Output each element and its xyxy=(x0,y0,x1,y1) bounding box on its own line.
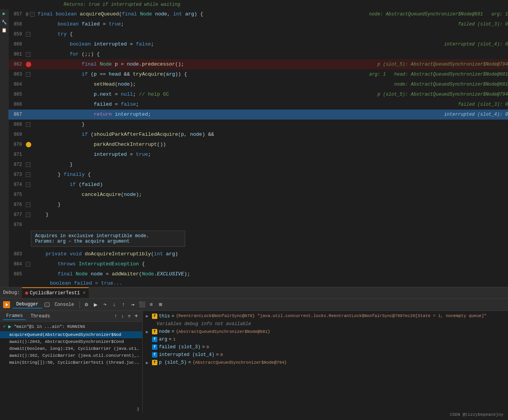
btn-step-into[interactable]: ↓ xyxy=(110,300,118,309)
expand-node[interactable]: ▶ xyxy=(146,329,150,334)
var-icon-this: f xyxy=(152,314,157,319)
thread-item[interactable]: ✓ ▶ "main"@1 in ...ain": RUNNING xyxy=(0,322,142,331)
code-line-874: 874 − if (failed) xyxy=(0,180,508,190)
fold-857[interactable]: − xyxy=(30,12,35,17)
frame-item-1[interactable]: await():2043, AbstractQueuedSynchronizer… xyxy=(0,338,142,345)
javadoc-line1: Acquires in exclusive interruptible mode… xyxy=(35,233,181,239)
code-line-872: 872 − } xyxy=(0,160,508,170)
breakpoint-862[interactable] xyxy=(26,62,31,67)
btn-filter[interactable]: ▽ xyxy=(127,314,132,319)
code-line-860: 860 boolean interrupted = false; interru… xyxy=(0,39,508,49)
variables-panel: ▶ f this = {ReentrantLock$NonfairSync@67… xyxy=(143,311,508,412)
btn-run-to-cursor[interactable]: ⇥ xyxy=(128,300,137,309)
javadoc-tooltip: Acquires in exclusive interruptible mode… xyxy=(31,231,185,247)
fold-863[interactable]: − xyxy=(26,72,30,77)
debug-icon-2[interactable]: 🔧 xyxy=(2,20,7,25)
expand-this[interactable]: ▶ xyxy=(146,314,150,319)
btn-add-frame[interactable]: + xyxy=(133,313,139,320)
frame-item-4[interactable]: main(String[]):50, CyclicBarrierTest1 (t… xyxy=(0,359,142,366)
frame-item-2[interactable]: dowait(boolean, long):234, CyclicBarrier… xyxy=(0,345,142,352)
btn-more[interactable]: ≡ xyxy=(147,300,155,309)
var-item-node: ▶ f node = {AbstractQueuedSynchronizer$N… xyxy=(146,328,505,336)
debugger-icon xyxy=(3,301,10,308)
code-line-875: 875 cancelAcquire(node); xyxy=(0,190,508,200)
var-eq-p: = xyxy=(188,360,191,365)
var-val-arg: 1 xyxy=(173,337,176,342)
var-icon-arg: f xyxy=(152,337,157,342)
fold-884[interactable]: − xyxy=(26,262,30,267)
var-name-failed: failed (slot_3) xyxy=(159,344,201,350)
var-name-arg: arg xyxy=(159,337,167,342)
svg-text:>_: >_ xyxy=(46,303,49,307)
tab-debugger[interactable]: Debugger xyxy=(12,301,42,309)
btn-layout[interactable]: ⊞ xyxy=(156,300,165,309)
fold-868[interactable]: − xyxy=(26,122,30,127)
thread-name: "main"@1 in ...ain": RUNNING xyxy=(14,324,85,329)
javadoc-line2: Params: arg – the acquire argument xyxy=(35,239,181,244)
returns-hint: Returns: true if interrupted while waiti… xyxy=(0,0,508,9)
var-icon-interrupted: f xyxy=(152,352,157,358)
var-val-node: {AbstractQueuedSynchronizer$Node@681} xyxy=(176,329,270,334)
btn-step-over[interactable]: ↷ xyxy=(101,300,109,309)
var-val-p: {AbstractQueuedSynchronizer$Node@794} xyxy=(192,360,287,365)
fold-861[interactable]: − xyxy=(26,52,30,57)
debug-icon-3[interactable]: 📋 xyxy=(2,28,7,33)
fold-872[interactable]: − xyxy=(26,162,30,167)
var-icon-failed: f xyxy=(152,344,157,350)
frame-item-0[interactable]: acquireQueued(AbstractQueuedSynchronizer… xyxy=(0,331,142,338)
code-line-867: 867 return interrupted; interrupted (slo… xyxy=(0,110,508,120)
btn-resume[interactable]: ▶ xyxy=(91,300,100,309)
var-val-failed: 0 xyxy=(206,345,209,349)
var-name-this: this xyxy=(159,314,170,319)
code-line-866: 866 failed = false; failed (slot_3): 0 xyxy=(0,100,508,110)
btn-stop[interactable]: ⬛ xyxy=(138,300,146,309)
code-line-865: 865 p.next = null; // help GC p (slot_5)… xyxy=(0,89,508,100)
var-item-this: ▶ f this = {ReentrantLock$NonfairSync@67… xyxy=(146,312,505,320)
code-line-864: 864 setHead(node); node: AbstractQueuedS… xyxy=(0,79,508,89)
debug-label: Debug: xyxy=(3,290,20,295)
expand-p[interactable]: ▶ xyxy=(146,360,150,365)
var-debug-info-text: Variables debug info not available xyxy=(157,321,251,327)
code-line-858: 858 boolean failed = true; failed (slot_… xyxy=(0,19,508,29)
debug-tab-close[interactable]: × xyxy=(83,290,86,296)
fold-877[interactable]: − xyxy=(26,213,30,217)
frame-item-3[interactable]: await():362, CyclicBarrier (java.util.co… xyxy=(0,352,142,359)
btn-step-out[interactable]: ↑ xyxy=(119,300,128,309)
watermark: CSDN @tizzybepeacejoy xyxy=(450,412,503,417)
btn-frame-down[interactable]: ↓ xyxy=(120,313,125,319)
breakpoint-870[interactable] xyxy=(26,142,31,147)
var-val-this: {ReentrantLock$NonfairSync@678} "java.ut… xyxy=(176,314,486,318)
code-line-885: 885 final Node node = addWaiter(Node.EXC… xyxy=(0,269,508,279)
left-debug-sidebar: ▶ 🔧 📋 xyxy=(0,9,8,287)
var-eq-this: = xyxy=(172,314,174,319)
var-name-interrupted: interrupted (slot_4) xyxy=(159,352,214,358)
var-icon-node: f xyxy=(152,329,157,334)
fold-876[interactable]: − xyxy=(26,202,30,207)
fold-859[interactable]: − xyxy=(26,32,30,37)
debug-bar: Debug: CyclicBarrierTest1 × xyxy=(0,287,508,299)
app-container: Returns: true if interrupted while waiti… xyxy=(0,0,508,420)
code-line-868: 868 − } xyxy=(0,120,508,130)
frames-header: Frames Threads ↑ ↓ ▽ + xyxy=(0,311,142,322)
btn-frame-up[interactable]: ↑ xyxy=(113,313,118,319)
debug-tab-cyclic[interactable]: CyclicBarrierTest1 × xyxy=(22,287,89,298)
var-item-debug-info: Variables debug info not available xyxy=(146,320,505,328)
btn-settings[interactable]: ⚙ xyxy=(82,300,91,309)
fold-873[interactable]: − xyxy=(26,172,30,177)
scroll-to-bottom[interactable]: ⟫ xyxy=(0,406,142,412)
code-line-871: 871 interrupted = true; xyxy=(0,150,508,160)
code-line-857: 857 @ − final boolean acquireQueued(fina… xyxy=(0,9,508,19)
fold-874[interactable]: − xyxy=(26,182,30,187)
tab-threads[interactable]: Threads xyxy=(27,313,53,320)
tab-console[interactable]: Console xyxy=(52,301,77,308)
code-line-878: 878 xyxy=(0,220,508,230)
code-line-869: 869 if (shouldParkAfterFailedAcquire(p, … xyxy=(0,130,508,140)
code-line-862: 862 final Node p = node.predecessor(); p… xyxy=(0,59,508,69)
debug-tab-label: CyclicBarrierTest1 xyxy=(30,290,80,296)
var-eq-node: = xyxy=(172,329,174,334)
tab-frames[interactable]: Frames xyxy=(3,312,26,320)
thread-play-icon: ✓ xyxy=(3,324,6,329)
var-name-p: p (slot_5) xyxy=(159,360,187,365)
debug-icon-1[interactable]: ▶ xyxy=(3,11,5,17)
code-line-859: 859 − try { xyxy=(0,29,508,39)
